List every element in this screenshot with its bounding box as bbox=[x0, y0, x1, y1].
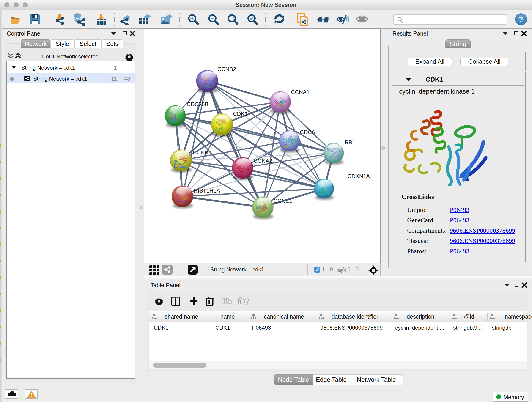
svg-text:CCNA1: CCNA1 bbox=[291, 89, 310, 95]
svg-text:CCNB2: CCNB2 bbox=[217, 66, 236, 72]
svg-text:CDC25B: CDC25B bbox=[187, 101, 209, 107]
svg-text:CDC6: CDC6 bbox=[300, 129, 315, 135]
svg-text:CDK1: CDK1 bbox=[233, 111, 248, 117]
svg-text:RB1: RB1 bbox=[345, 139, 355, 146]
svg-text:CCNE1: CCNE1 bbox=[273, 198, 292, 204]
svg-text:CDKN1A: CDKN1A bbox=[348, 173, 370, 179]
svg-text:CCNB1: CCNB1 bbox=[193, 149, 211, 156]
svg-text:HIST1H1A: HIST1H1A bbox=[194, 187, 220, 194]
svg-text:CCNA2: CCNA2 bbox=[254, 158, 272, 164]
